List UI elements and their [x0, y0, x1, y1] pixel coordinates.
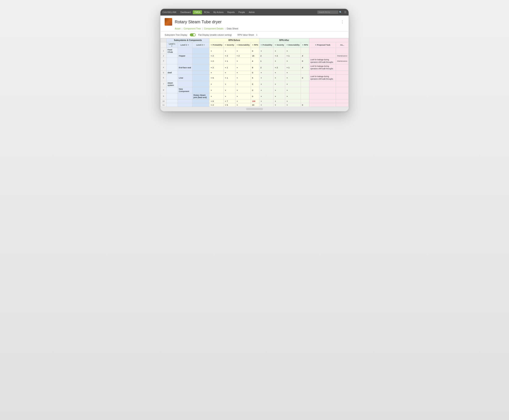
proposed-cell[interactable]	[309, 48, 336, 54]
level1-cell[interactable]: steam system	[166, 81, 178, 87]
sev-after-cell[interactable]: ▼	[273, 75, 285, 81]
assigned-cell[interactable]	[336, 48, 349, 54]
proposed-task-header[interactable]: ▼Proposed Task	[309, 42, 336, 48]
det-before-header[interactable]: ▼Detectability	[235, 42, 251, 48]
level3-cell[interactable]	[192, 75, 209, 81]
level1-cell[interactable]	[166, 99, 178, 103]
det-after-cell[interactable]: ▼1	[285, 54, 301, 58]
assigned-cell[interactable]	[336, 75, 349, 81]
prob-after-cell[interactable]: ▼	[259, 71, 273, 75]
sev-before-header[interactable]: ▼Severity	[224, 42, 235, 48]
level3-cell[interactable]	[192, 58, 209, 64]
sev-before-cell[interactable]: ▼7	[224, 99, 235, 103]
prob-after-header[interactable]: ▼Probability	[259, 42, 273, 48]
prob-after-cell[interactable]: 2	[259, 54, 273, 58]
proposed-cell[interactable]	[309, 71, 336, 75]
proposed-cell[interactable]: Look for leakage during operators shift …	[309, 58, 336, 64]
hamburger-icon[interactable]: ☰	[344, 11, 346, 14]
assigned-cell[interactable]: Maintenance	[336, 54, 349, 58]
det-after-cell[interactable]: ▼	[285, 103, 301, 107]
sev-before-cell[interactable]: ▼1	[224, 58, 235, 64]
level1-cell[interactable]	[166, 75, 178, 81]
prob-before-cell[interactable]: ▼	[209, 87, 224, 93]
nav-fmea[interactable]: FMEA	[193, 10, 202, 14]
breadcrumb-data-sheet[interactable]: Data Sheet	[227, 27, 238, 31]
proposed-cell[interactable]: Look for leakage during operators shift …	[309, 75, 336, 81]
sev-after-cell[interactable]: ▼	[273, 87, 285, 93]
prob-before-header[interactable]: ▼Probability	[209, 42, 224, 48]
level1-cell[interactable]: Feed Chute	[166, 48, 178, 54]
det-before-cell[interactable]: ▼	[235, 58, 251, 64]
det-before-cell[interactable]: ▼2	[235, 54, 251, 58]
nav-rcas[interactable]: RCAs	[202, 10, 211, 14]
level3-cell[interactable]	[192, 64, 209, 71]
sev-after-cell[interactable]: ▼	[273, 48, 285, 54]
nav-actions[interactable]: My Actions	[212, 10, 225, 14]
det-before-cell[interactable]: ▼	[235, 71, 251, 75]
prob-after-cell[interactable]: ▼	[259, 75, 273, 81]
proposed-cell[interactable]	[309, 103, 336, 107]
level3-cell[interactable]	[192, 81, 209, 87]
sev-after-header[interactable]: ▼Severity	[273, 42, 285, 48]
level2-cell[interactable]: New Component	[178, 87, 192, 93]
level1-cell[interactable]	[166, 54, 178, 58]
prob-after-cell[interactable]: ▼	[259, 81, 273, 87]
det-before-cell[interactable]: ▼	[235, 99, 251, 103]
level1-cell[interactable]	[166, 58, 178, 64]
assigned-cell[interactable]	[336, 64, 349, 71]
proposed-cell[interactable]: Look for leakage during operators shift …	[309, 64, 336, 71]
assigned-cell[interactable]	[336, 87, 349, 93]
assigned-cell[interactable]: Maintenance	[336, 58, 349, 64]
det-before-cell[interactable]: ▼	[235, 87, 251, 93]
level3-cell[interactable]	[192, 87, 209, 93]
prob-after-cell[interactable]: ▼	[259, 103, 273, 107]
det-after-cell[interactable]: ▼	[285, 99, 301, 103]
prob-after-cell[interactable]: ▼	[259, 87, 273, 93]
level2-cell[interactable]	[178, 93, 192, 99]
sev-after-cell[interactable]: ▼	[273, 58, 285, 64]
sev-after-cell[interactable]: ▼	[273, 81, 285, 87]
level3-header[interactable]: Level 3 ▼	[192, 42, 209, 48]
search-input[interactable]	[317, 10, 338, 14]
det-before-cell[interactable]: ▼	[235, 75, 251, 81]
sev-before-cell[interactable]: ▼1	[224, 64, 235, 71]
prob-after-cell[interactable]: ▼	[259, 93, 273, 99]
det-after-cell[interactable]: ▼	[285, 58, 301, 64]
level2-cell[interactable]: Hopper	[178, 54, 192, 58]
prob-before-cell[interactable]: ▼	[209, 48, 224, 54]
sev-before-cell[interactable]: ▼	[224, 93, 235, 99]
sev-before-cell[interactable]: ▼	[224, 87, 235, 93]
proposed-cell[interactable]	[309, 54, 336, 58]
det-after-header[interactable]: ▼Detectability	[285, 42, 301, 48]
proposed-cell[interactable]	[309, 93, 336, 99]
nav-dashboard[interactable]: Dashboard	[179, 10, 192, 14]
prob-after-cell[interactable]: ▼	[259, 48, 273, 54]
det-after-cell[interactable]: ▼	[285, 93, 301, 99]
level3-cell[interactable]: Rotary Steam joint (feed end)	[192, 93, 209, 99]
level2-header[interactable]: Level 2 ▼	[178, 42, 192, 48]
proposed-cell[interactable]	[309, 81, 336, 87]
breadcrumb-component-tree[interactable]: Component Tree	[184, 27, 201, 31]
info-icon[interactable]: ℹ	[256, 34, 257, 36]
prob-before-cell[interactable]: ▼	[209, 93, 224, 99]
sev-after-cell[interactable]: ▼	[273, 99, 285, 103]
header-menu-icon[interactable]: ⋮	[341, 20, 344, 24]
sev-after-cell[interactable]: ▼	[273, 103, 285, 107]
det-after-cell[interactable]: ▼	[285, 81, 301, 87]
sev-before-cell[interactable]: ▼	[224, 81, 235, 87]
sev-before-cell[interactable]: ▼2	[224, 54, 235, 58]
prob-before-cell[interactable]: ▼6	[209, 99, 224, 103]
level1-cell[interactable]: shell	[166, 71, 178, 75]
level1-cell[interactable]	[166, 87, 178, 93]
prob-before-cell[interactable]: ▼	[209, 81, 224, 87]
prob-before-cell[interactable]: ▼2	[209, 54, 224, 58]
sev-before-cell[interactable]: ▼1	[224, 75, 235, 81]
level2-cell[interactable]	[178, 71, 192, 75]
level2-cell[interactable]: End-face seal	[178, 64, 192, 71]
det-before-cell[interactable]: ▼	[235, 48, 251, 54]
det-before-cell[interactable]: ▼	[235, 103, 251, 107]
det-after-cell[interactable]: ▼	[285, 48, 301, 54]
nav-people[interactable]: People	[237, 10, 247, 14]
prob-after-cell[interactable]: 2	[259, 64, 273, 71]
level1-cell[interactable]	[166, 103, 178, 107]
